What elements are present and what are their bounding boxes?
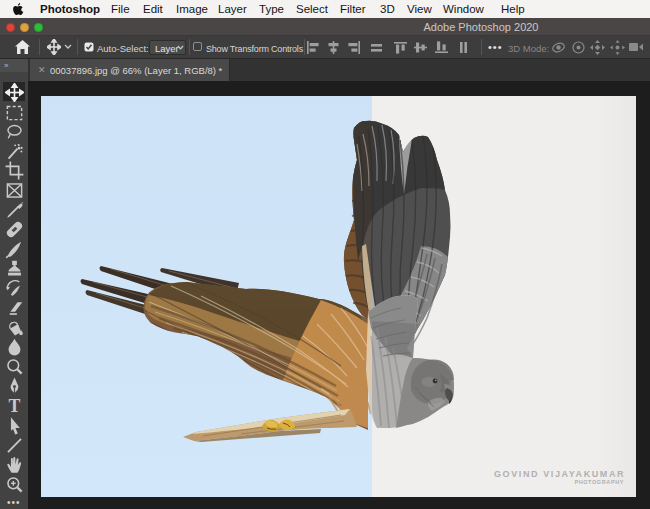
svg-text:T: T [9,396,21,415]
